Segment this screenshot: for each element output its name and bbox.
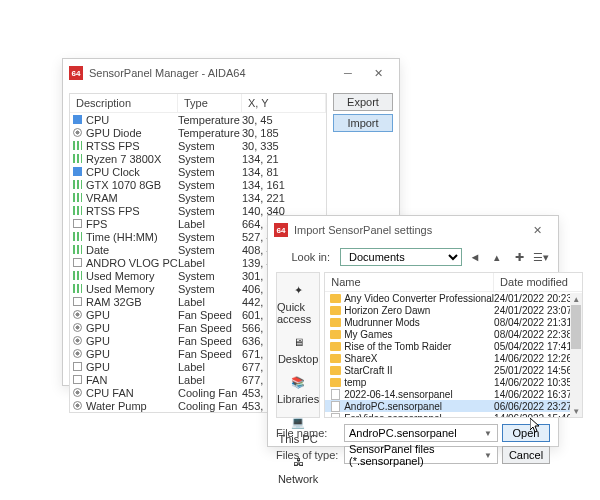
sensor-desc: Ryzen 7 3800X (84, 153, 178, 165)
sensor-row[interactable]: RTSS FPSSystem30, 335 (70, 139, 326, 152)
sensor-type: Fan Speed (178, 322, 242, 334)
sensor-row[interactable]: CPUTemperature30, 45 (70, 113, 326, 126)
sensor-type: Cooling Fan (178, 400, 242, 412)
file-row[interactable]: temp14/06/2022 10:35 (325, 376, 582, 388)
look-in-label: Look in: (276, 251, 336, 263)
file-name: Rise of the Tomb Raider (341, 341, 494, 352)
col-description[interactable]: Description (70, 94, 178, 112)
sensor-row[interactable]: VRAMSystem134, 221 (70, 191, 326, 204)
fan-icon (70, 310, 84, 319)
filename-field[interactable]: AndroPC.sensorpanel▼ (344, 424, 498, 442)
place-label: Network (278, 473, 318, 485)
col-type[interactable]: Type (178, 94, 242, 112)
file-row[interactable]: ShareX14/06/2022 12:26 (325, 352, 582, 364)
file-row[interactable]: Any Video Converter Professional24/01/20… (325, 292, 582, 304)
sensor-type: Label (178, 374, 242, 386)
dlg-titlebar[interactable]: 64 Import SensorPanel settings ✕ (268, 216, 558, 244)
folder-icon (330, 294, 341, 303)
export-button[interactable]: Export (333, 93, 393, 111)
file-date: 08/04/2022 21:31 (494, 317, 582, 328)
file-list[interactable]: Name Date modified Any Video Converter P… (324, 272, 583, 418)
bars-icon (70, 271, 84, 280)
newfolder-icon[interactable]: ✚ (510, 248, 528, 266)
sensor-desc: Time (HH:MM) (84, 231, 178, 243)
view-icon[interactable]: ☰▾ (532, 248, 550, 266)
file-row[interactable]: Rise of the Tomb Raider05/04/2022 17:41 (325, 340, 582, 352)
place-libraries[interactable]: 📚Libraries (277, 369, 319, 407)
sensor-desc: GPU (84, 348, 178, 360)
sensor-desc: GPU (84, 309, 178, 321)
bars-icon (70, 284, 84, 293)
file-name: ForVideo.sensorpanel (341, 413, 494, 418)
lib-icon: 📚 (287, 371, 309, 393)
sensor-desc: ANDRO VLOG PC (84, 257, 178, 269)
fan-icon (70, 401, 84, 410)
col-xy[interactable]: X, Y (242, 94, 326, 112)
file-row[interactable]: ForVideo.sensorpanel14/06/2022 15:46 (325, 412, 582, 417)
sensor-type: System (178, 231, 242, 243)
file-row[interactable]: AndroPC.sensorpanel06/06/2022 23:27 (325, 400, 582, 412)
place-desktop[interactable]: 🖥Desktop (277, 329, 319, 367)
aida64-icon: 64 (69, 66, 83, 80)
folder-icon (330, 306, 341, 315)
sensor-type: Label (178, 257, 242, 269)
minimize-button[interactable]: ─ (333, 63, 363, 83)
sensor-row[interactable]: GPU DiodeTemperature30, 185 (70, 126, 326, 139)
file-name: My Games (341, 329, 494, 340)
sensor-row[interactable]: Ryzen 7 3800XSystem134, 21 (70, 152, 326, 165)
file-row[interactable]: Mudrunner Mods08/04/2022 21:31 (325, 316, 582, 328)
sensor-type: System (178, 140, 242, 152)
sensor-list-header: Description Type X, Y (70, 94, 326, 113)
file-icon (331, 413, 340, 418)
chevron-down-icon[interactable]: ▼ (481, 427, 495, 439)
look-in-select[interactable]: Documents (340, 248, 462, 266)
sensor-type: Fan Speed (178, 335, 242, 347)
dlg-close-button[interactable]: ✕ (522, 220, 552, 240)
file-name: Mudrunner Mods (341, 317, 494, 328)
file-row[interactable]: Horizon Zero Dawn24/01/2022 23:07 (325, 304, 582, 316)
file-name: AndroPC.sensorpanel (341, 401, 494, 412)
place-quick-access[interactable]: ✦Quick access (277, 277, 319, 327)
file-scrollbar[interactable]: ▲ ▼ (570, 293, 582, 417)
cancel-button[interactable]: Cancel (502, 446, 550, 464)
fan-icon (70, 336, 84, 345)
sensor-row[interactable]: GTX 1070 8GBSystem134, 161 (70, 178, 326, 191)
sensor-type: Fan Speed (178, 348, 242, 360)
mgr-titlebar[interactable]: 64 SensorPanel Manager - AIDA64 ─ ✕ (63, 59, 399, 87)
places-bar: ✦Quick access🖥Desktop📚Libraries💻This PC🖧… (276, 272, 320, 418)
chevron-down-icon[interactable]: ▼ (481, 449, 495, 461)
file-date: 14/06/2022 16:37 (494, 389, 582, 400)
col-name[interactable]: Name (325, 273, 494, 291)
sensor-desc: RTSS FPS (84, 205, 178, 217)
file-row[interactable]: StarCraft II25/01/2022 14:56 (325, 364, 582, 376)
close-button[interactable]: ✕ (363, 63, 393, 83)
file-date: 25/01/2022 14:56 (494, 365, 582, 376)
scroll-up-icon[interactable]: ▲ (570, 293, 582, 305)
file-icon (331, 401, 340, 412)
col-date[interactable]: Date modified (494, 273, 582, 291)
up-icon[interactable]: ▴ (488, 248, 506, 266)
sensor-desc: GPU Diode (84, 127, 178, 139)
import-dialog: 64 Import SensorPanel settings ✕ Look in… (267, 215, 559, 447)
import-button[interactable]: Import (333, 114, 393, 132)
scroll-down-icon[interactable]: ▼ (570, 405, 582, 417)
file-name: 2022-06-14.sensorpanel (341, 389, 494, 400)
dlg-title: Import SensorPanel settings (294, 224, 522, 236)
bars-icon (70, 232, 84, 241)
sensor-desc: GPU (84, 335, 178, 347)
file-date: 14/06/2022 12:26 (494, 353, 582, 364)
sensor-type: Fan Speed (178, 309, 242, 321)
back-icon[interactable]: ◄ (466, 248, 484, 266)
sensor-row[interactable]: CPU ClockSystem134, 81 (70, 165, 326, 178)
file-row[interactable]: 2022-06-14.sensorpanel14/06/2022 16:37 (325, 388, 582, 400)
sensor-desc: RTSS FPS (84, 140, 178, 152)
sensor-type: System (178, 270, 242, 282)
lbl-icon (70, 297, 84, 306)
fan-icon (70, 323, 84, 332)
filetype-select[interactable]: SensorPanel files (*.sensorpanel)▼ (344, 446, 498, 464)
scroll-thumb[interactable] (571, 305, 581, 349)
file-row[interactable]: My Games08/04/2022 22:38 (325, 328, 582, 340)
sensor-xy: 30, 335 (242, 140, 326, 152)
open-button[interactable]: Open (502, 424, 550, 442)
sensor-desc: Water Pump (84, 400, 178, 412)
